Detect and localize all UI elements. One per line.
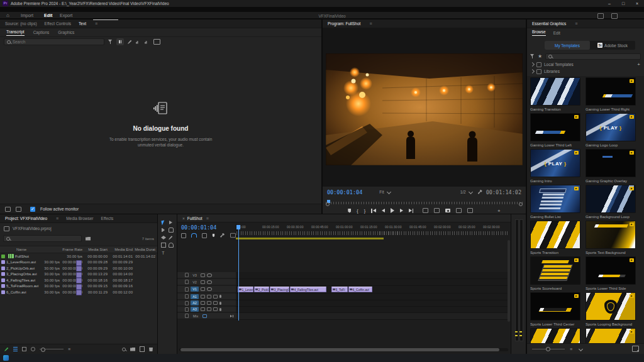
step-forward-icon[interactable]: [400, 209, 403, 212]
track-lane-a1[interactable]: [236, 293, 508, 300]
nest-sequence-icon[interactable]: [181, 233, 186, 238]
template-card[interactable]: Sports Transition: [530, 221, 580, 255]
mark-out-icon[interactable]: }: [364, 209, 365, 213]
add-marker-icon[interactable]: [348, 209, 351, 213]
filter-icon[interactable]: [530, 54, 535, 58]
tab-edit[interactable]: Edit: [553, 31, 560, 35]
template-card[interactable]: Sports Text Background: [586, 221, 636, 255]
panel-menu-icon[interactable]: ≡: [575, 21, 577, 26]
template-thumbnail[interactable]: PLAY: [530, 149, 580, 177]
panel-menu-icon[interactable]: ≡: [56, 216, 58, 221]
pause-transcription-button[interactable]: [116, 38, 124, 45]
template-search-input[interactable]: [554, 54, 638, 58]
track-name-a3[interactable]: A3: [191, 307, 199, 312]
track-header-v1[interactable]: V1: [177, 286, 236, 293]
solo-icon[interactable]: [213, 295, 218, 299]
table-row[interactable]: 3_PlacingOrbs.avi 30.00 fps00:00:00:0000…: [0, 272, 157, 278]
sort-menu-icon[interactable]: ≡: [570, 347, 572, 351]
zoom-handle-right[interactable]: [519, 202, 523, 206]
type-tool[interactable]: T: [160, 250, 167, 256]
col-name[interactable]: Name: [15, 248, 62, 251]
template-card[interactable]: PLAY Gaming Intro: [530, 149, 580, 183]
project-file-row[interactable]: VFXFinalVideo.prproj: [0, 224, 157, 233]
playback-resolution-dropdown[interactable]: 1/2: [458, 189, 474, 195]
audio-meters-panel[interactable]: [511, 214, 526, 354]
label-color-chip[interactable]: [1, 278, 5, 282]
captions-icon[interactable]: [230, 233, 236, 238]
play-button[interactable]: [391, 208, 394, 213]
label-color-chip[interactable]: [1, 260, 5, 264]
track-lane-v2[interactable]: [236, 279, 508, 286]
track-header-v2[interactable]: V2: [177, 279, 236, 285]
playhead-line[interactable]: [238, 225, 239, 321]
rectangle-tool[interactable]: [160, 242, 167, 248]
track-name-a2[interactable]: A2: [191, 300, 199, 305]
tab-text[interactable]: Text: [79, 21, 86, 26]
subtab-graphics[interactable]: Graphics: [58, 30, 74, 35]
panel-menu-icon[interactable]: ≡: [369, 21, 372, 26]
template-thumbnail[interactable]: PLAY: [586, 113, 636, 141]
template-card[interactable]: Gaming Lower Third Right: [586, 77, 636, 111]
track-name-a1[interactable]: A1: [191, 294, 199, 299]
track-header-mix[interactable]: Mix: [177, 313, 236, 319]
label-color-chip[interactable]: [1, 290, 5, 294]
speaker-unlabel-icon[interactable]: [145, 40, 150, 44]
table-row[interactable]: 1_LeverRoom.avi 30.00 fps00:00:00:0000:0…: [0, 260, 157, 266]
track-lock-icon[interactable]: [185, 301, 189, 305]
template-thumbnail[interactable]: [530, 221, 580, 249]
quick-export-icon[interactable]: [597, 13, 604, 19]
tab-media-browser[interactable]: Media Browser: [66, 216, 93, 221]
new-bin-icon[interactable]: [130, 348, 135, 351]
program-video-frame[interactable]: [326, 53, 523, 165]
track-lock-icon[interactable]: [185, 280, 189, 284]
template-card[interactable]: Sports Looping Background: [586, 292, 636, 326]
track-select-tool[interactable]: [167, 219, 174, 226]
go-to-in-icon[interactable]: [371, 209, 376, 213]
track-lane-a3[interactable]: [236, 307, 508, 313]
label-color-chip[interactable]: [1, 255, 5, 258]
track-lock-icon[interactable]: [185, 314, 189, 318]
solo-icon[interactable]: [213, 301, 218, 305]
extract-icon[interactable]: [434, 208, 440, 213]
template-card[interactable]: Gaming Graphic Overlay: [586, 149, 636, 183]
label-color-chip[interactable]: [1, 266, 5, 270]
col-media-start[interactable]: Media Start: [84, 248, 109, 251]
speaker-label-icon[interactable]: [136, 40, 141, 44]
template-thumbnail[interactable]: [586, 185, 636, 213]
template-thumbnail[interactable]: [586, 292, 636, 321]
sort-icon[interactable]: ≡: [68, 347, 70, 351]
export-frame-icon[interactable]: [445, 209, 450, 212]
edit-transcript-icon[interactable]: [128, 40, 132, 44]
timeline-settings-icon[interactable]: [220, 233, 225, 238]
vertical-scrollbar[interactable]: [508, 240, 510, 322]
template-card[interactable]: PLAY Gaming Logo Loop: [586, 113, 636, 147]
delete-icon[interactable]: [149, 347, 153, 351]
timeline-clip[interactable]: 1_Lever: [238, 287, 253, 292]
template-card[interactable]: [530, 328, 580, 344]
hand-tool[interactable]: [167, 242, 174, 248]
tab-effect-controls[interactable]: Effect Controls: [45, 21, 72, 26]
template-thumbnail[interactable]: [586, 221, 636, 249]
go-to-out-icon[interactable]: [409, 209, 414, 213]
razor-tool[interactable]: [167, 227, 174, 233]
track-header-v3[interactable]: V3: [177, 272, 236, 278]
track-lock-icon[interactable]: [185, 294, 189, 299]
template-thumbnail[interactable]: [586, 77, 636, 106]
workspace-tab-export[interactable]: Export: [60, 13, 72, 18]
template-card[interactable]: [586, 328, 636, 344]
workspace-tab-edit[interactable]: Edit: [44, 13, 52, 18]
template-thumbnail[interactable]: [530, 292, 580, 321]
fullscreen-icon[interactable]: [611, 13, 618, 19]
table-row[interactable]: 2_PickUpOrb.avi 30.00 fps00:00:00:0000:0…: [0, 265, 157, 272]
mute-icon[interactable]: [207, 295, 211, 299]
template-card[interactable]: Sports Scoreboard: [530, 256, 580, 290]
sync-lock-icon[interactable]: [201, 287, 205, 291]
track-name-v2[interactable]: V2: [191, 280, 199, 285]
add-marker-icon[interactable]: [213, 234, 215, 238]
track-lane-v3[interactable]: [236, 272, 508, 279]
template-card[interactable]: Gaming Background Loop: [586, 185, 636, 219]
subtab-captions[interactable]: Captions: [33, 30, 50, 35]
expand-icon[interactable]: [530, 69, 535, 74]
thumbnail-zoom-slider[interactable]: [40, 349, 64, 349]
add-group-icon[interactable]: +: [637, 62, 640, 67]
